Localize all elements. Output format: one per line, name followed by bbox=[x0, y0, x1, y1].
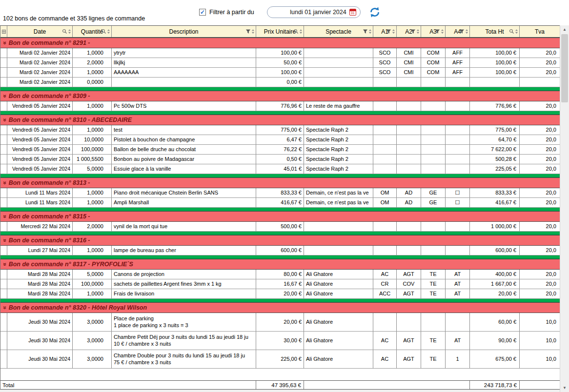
group-header-row[interactable]: »Bon de commande n° 8309 - bbox=[0, 91, 560, 101]
a1-cell bbox=[373, 155, 397, 164]
unit-price-cell: 50,00 € bbox=[256, 58, 304, 67]
collapse-chevron-icon[interactable]: » bbox=[2, 263, 8, 266]
a4-cell bbox=[446, 125, 470, 135]
order-line-row[interactable]: Vendredi 05 Janvier 20241 000,5500Bonbon… bbox=[0, 155, 560, 164]
a1-cell: OM bbox=[373, 188, 397, 197]
order-line-row[interactable]: Mardi 02 Janvier 20240,00000,00 € bbox=[0, 78, 560, 87]
refresh-icon[interactable] bbox=[368, 6, 381, 19]
filter-funnel-icon[interactable] bbox=[386, 29, 391, 34]
order-line-row[interactable]: Vendredi 05 Janvier 202410,0000Pistolet … bbox=[0, 135, 560, 145]
order-line-row[interactable]: Mardi 02 Janvier 20242,0000llkjlkj50,00 … bbox=[0, 58, 560, 68]
row-indicator-cell bbox=[0, 332, 7, 350]
column-header-prix-unitaire[interactable]: Prix Unitaire bbox=[256, 26, 304, 37]
sort-icon[interactable] bbox=[368, 29, 372, 34]
spectacle-cell: Ali Ghatore bbox=[304, 313, 373, 331]
column-header-label: Spectacle bbox=[325, 28, 351, 35]
order-line-row[interactable]: Jeudi 30 Mai 20243,0000Place de parking1… bbox=[0, 313, 560, 332]
collapse-chevron-icon[interactable]: » bbox=[2, 41, 8, 45]
column-header-a1[interactable]: A1 bbox=[373, 26, 397, 37]
column-header-icons bbox=[363, 26, 372, 37]
column-header-description[interactable]: Description bbox=[112, 26, 256, 37]
order-line-row[interactable]: Jeudi 30 Mai 20243,0000Chambre Petit Déj… bbox=[0, 332, 560, 350]
group-header-row[interactable]: »Bon de commande n° 8291 - bbox=[0, 38, 560, 48]
order-line-row[interactable]: Vendredi 05 Janvier 20241,0000test775,00… bbox=[0, 125, 560, 135]
column-header-a2[interactable]: A2 bbox=[397, 26, 421, 37]
column-header-icons bbox=[245, 26, 255, 37]
sort-icon[interactable] bbox=[392, 29, 395, 34]
search-icon[interactable] bbox=[293, 29, 299, 34]
filter-funnel-icon[interactable] bbox=[245, 29, 251, 34]
group-header-row[interactable]: »Bon de commande n° 8317 - PYROFOLIE`S bbox=[0, 259, 560, 270]
order-line-row[interactable]: Lundi 27 Mai 20241,0000lampe de bureau p… bbox=[0, 246, 560, 255]
collapse-chevron-icon[interactable]: » bbox=[2, 95, 8, 98]
sort-icon[interactable] bbox=[299, 29, 303, 34]
order-line-row[interactable]: Vendredi 05 Janvier 20245,0000Essuie gla… bbox=[0, 164, 560, 174]
order-line-row[interactable]: Mardi 02 Janvier 20241,0000ytrytr100,00 … bbox=[0, 48, 560, 58]
sort-icon[interactable] bbox=[68, 29, 71, 34]
unit-price-cell: 80,00 € bbox=[256, 270, 304, 279]
order-line-row[interactable]: Mardi 02 Janvier 20241,0000AAAAAAA100,00… bbox=[0, 68, 560, 78]
order-line-row[interactable]: Jeudi 30 Mai 20243,0000Chambre Double po… bbox=[0, 350, 560, 369]
column-header-spectacle[interactable]: Spectacle bbox=[304, 26, 373, 37]
search-icon[interactable] bbox=[101, 29, 106, 34]
a1-cell: AC bbox=[373, 332, 397, 350]
group-header-row[interactable]: »Bon de commande n° 8320 - Hôtel Royal W… bbox=[0, 302, 560, 313]
order-line-row[interactable]: Vendredi 05 Janvier 20241,0000Pc 500w DT… bbox=[0, 101, 560, 111]
group-header-row[interactable]: »Bon de commande n° 8315 - bbox=[0, 211, 560, 222]
order-line-row[interactable]: Mardi 28 Mai 20241,0000Frais de livraiso… bbox=[0, 289, 560, 299]
a3-cell: TE bbox=[421, 350, 446, 368]
filter-date-input[interactable]: lundi 01 janvier 2024 bbox=[267, 6, 361, 18]
tva-cell: 20,0 bbox=[520, 155, 560, 164]
search-icon[interactable] bbox=[62, 29, 67, 34]
order-line-row[interactable]: Vendredi 05 Janvier 2024100,0000Ballon d… bbox=[0, 145, 560, 155]
group-separator-bar bbox=[0, 255, 560, 259]
sort-icon[interactable] bbox=[251, 29, 255, 34]
collapse-chevron-icon[interactable]: » bbox=[2, 306, 8, 310]
collapse-chevron-icon[interactable]: » bbox=[2, 118, 8, 122]
group-header-row[interactable]: »Bon de commande n° 8316 - bbox=[0, 235, 560, 246]
vertical-scrollbar[interactable]: ▲ ▼ bbox=[560, 25, 569, 392]
calendar-icon[interactable] bbox=[349, 9, 356, 16]
group-header-row[interactable]: »Bon de commande n° 8310 - ABECEDAIRE bbox=[0, 115, 560, 125]
sort-icon[interactable] bbox=[441, 29, 444, 34]
column-header-date[interactable]: Date bbox=[7, 26, 73, 37]
column-header-tota-ht[interactable]: Tota Ht bbox=[470, 26, 520, 37]
table-body: »Bon de commande n° 8291 -Mardi 02 Janvi… bbox=[0, 38, 560, 380]
total-ht-cell: 100,00 € bbox=[470, 58, 520, 67]
order-line-row[interactable]: Mardi 28 Mai 2024100,0000sachets de pail… bbox=[0, 279, 560, 289]
order-line-row[interactable]: Mercredi 22 Mai 20242,0000vynil de la mo… bbox=[0, 222, 560, 232]
sort-icon[interactable] bbox=[107, 29, 110, 34]
a1-cell bbox=[373, 135, 397, 144]
filter-funnel-icon[interactable] bbox=[363, 29, 368, 34]
sort-icon[interactable] bbox=[416, 29, 420, 34]
scrollbar-down-arrow-icon[interactable]: ▼ bbox=[560, 384, 569, 392]
column-header-quantite[interactable]: Quantité bbox=[73, 26, 112, 37]
order-line-row[interactable]: Lundi 11 Mars 20241,0000Piano droit méca… bbox=[0, 188, 560, 198]
column-header-a4[interactable]: A4 bbox=[446, 26, 470, 37]
date-cell: Lundi 11 Mars 2024 bbox=[7, 198, 73, 207]
order-line-row[interactable]: Mardi 28 Mai 20245,0000Canons de project… bbox=[0, 270, 560, 279]
filter-funnel-icon[interactable] bbox=[435, 29, 440, 34]
total-row: Total 47 395,63 € 243 718,73 € bbox=[0, 380, 560, 390]
column-header-a3[interactable]: A3 bbox=[421, 26, 446, 37]
filter-from-checkbox[interactable]: ✓ bbox=[199, 9, 206, 16]
filter-funnel-icon[interactable] bbox=[459, 29, 465, 34]
collapse-chevron-icon[interactable]: » bbox=[2, 239, 8, 242]
group-header-row[interactable]: »Bon de commande n° 8313 - bbox=[0, 177, 560, 188]
quantity-cell: 100,0000 bbox=[73, 279, 112, 289]
scrollbar-thumb[interactable] bbox=[561, 34, 568, 102]
order-line-row[interactable]: Lundi 11 Mars 20241,0000Ampli Marshall41… bbox=[0, 198, 560, 208]
column-header-tva[interactable]: Tva bbox=[520, 26, 560, 37]
filter-funnel-icon[interactable] bbox=[410, 29, 416, 34]
description-cell: Frais de livraison bbox=[112, 289, 256, 298]
a3-cell: COM bbox=[421, 48, 446, 58]
collapse-chevron-icon[interactable]: » bbox=[2, 181, 8, 185]
scrollbar-up-arrow-icon[interactable]: ▲ bbox=[560, 25, 569, 34]
total-ht-cell: 64,70 € bbox=[470, 135, 520, 144]
collapse-chevron-icon[interactable]: » bbox=[2, 215, 8, 218]
search-icon[interactable] bbox=[509, 29, 514, 34]
sort-icon[interactable] bbox=[465, 29, 468, 34]
column-header-row-indicator[interactable] bbox=[0, 26, 7, 37]
row-indicator-cell bbox=[0, 101, 7, 111]
sort-icon[interactable] bbox=[515, 29, 518, 34]
